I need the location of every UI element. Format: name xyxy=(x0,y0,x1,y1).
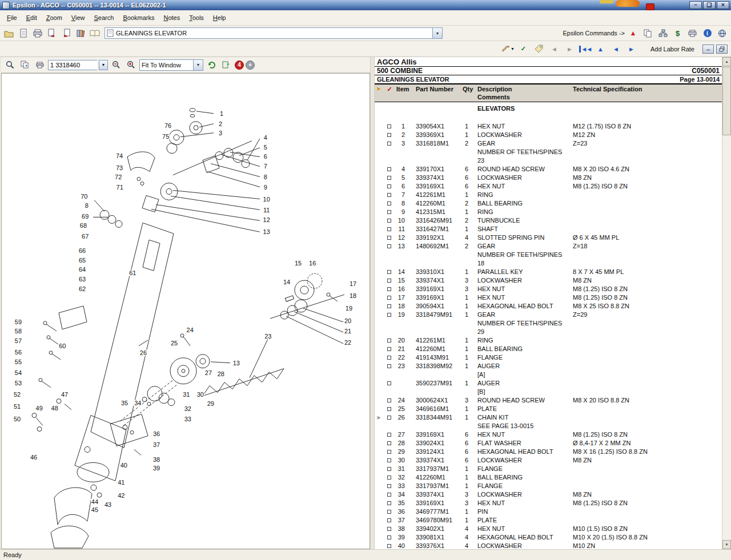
figure-dropdown-button[interactable]: ▼ xyxy=(99,60,108,70)
new-page-button[interactable] xyxy=(17,27,30,39)
row-checkbox[interactable] xyxy=(387,407,391,411)
zoom-tool-button[interactable] xyxy=(3,59,17,71)
table-row[interactable]: 2339369X11LOCKWASHERM12 ZN xyxy=(375,131,722,139)
scroll-down-button[interactable]: ▼ xyxy=(722,540,731,549)
warning-button[interactable]: ▲ xyxy=(626,27,640,39)
row-checkbox[interactable] xyxy=(387,501,391,505)
catalog-books-button[interactable] xyxy=(74,27,87,39)
menu-zoom[interactable]: Zoom xyxy=(42,12,67,23)
table-row[interactable]: 4339170X16ROUND HEAD SCREWM8 X 20 ISO 4.… xyxy=(375,165,722,174)
maximize-button[interactable]: ❑ xyxy=(703,1,716,9)
col-description[interactable]: Description Comments xyxy=(477,85,573,101)
table-row[interactable]: 40339376X14LOCKWASHERM10 ZN xyxy=(375,542,722,549)
quick-print-button[interactable] xyxy=(686,27,699,39)
web-button[interactable] xyxy=(716,27,729,39)
col-technical-spec[interactable]: Technical Specification xyxy=(573,85,722,101)
copy-pages-button[interactable] xyxy=(641,27,654,39)
row-checkbox[interactable] xyxy=(387,142,391,146)
row-checkbox[interactable] xyxy=(387,493,391,497)
menu-view[interactable]: View xyxy=(67,12,90,23)
previous-record-button[interactable]: ◄ xyxy=(548,43,561,55)
add-labor-rate-button[interactable]: Add Labor Rate xyxy=(650,46,694,53)
print-image-button[interactable] xyxy=(33,59,46,71)
table-row[interactable]: 21412260M11BALL BEARING xyxy=(375,345,722,353)
export-page-button[interactable] xyxy=(45,27,58,39)
vertical-scrollbar[interactable]: ▲ ▼ xyxy=(722,57,731,549)
row-checkbox[interactable] xyxy=(387,381,391,385)
menu-bookmarks[interactable]: Bookmarks xyxy=(118,12,159,23)
row-checkbox[interactable] xyxy=(387,210,391,214)
row-checkbox[interactable] xyxy=(387,527,391,531)
panel-splitter[interactable] xyxy=(370,57,375,549)
row-checkbox[interactable] xyxy=(387,518,391,522)
row-checkbox[interactable] xyxy=(387,450,391,454)
table-row[interactable]: 14339310X11PARALLEL KEY8 X 7 X 45 MM PL xyxy=(375,268,722,276)
row-checkbox[interactable] xyxy=(387,364,391,368)
table-row[interactable]: 363469777M11PIN xyxy=(375,507,722,516)
table-row[interactable]: 27339169X16HEX NUTM8 (1.25) ISO 8 ZN xyxy=(375,430,722,439)
row-checkbox[interactable] xyxy=(387,347,391,351)
table-row[interactable]: 333317937M11FLANGE xyxy=(375,482,722,490)
menu-notes[interactable]: Notes xyxy=(159,12,184,23)
table-row[interactable]: 131480692M12GEARNUMBER OF TEETH/SPINES18… xyxy=(375,242,722,268)
row-checkbox[interactable] xyxy=(387,476,391,480)
table-row[interactable]: 5339374X16LOCKWASHERM8 ZN xyxy=(375,174,722,182)
row-checkbox[interactable] xyxy=(387,219,391,223)
row-checkbox[interactable] xyxy=(387,416,391,420)
col-item[interactable]: Item xyxy=(396,85,412,101)
row-checkbox[interactable] xyxy=(387,535,391,539)
table-row[interactable]: 38339402X14HEX NUTM10 (1.5) ISO 8 ZN xyxy=(375,525,722,533)
row-checkbox[interactable] xyxy=(387,184,391,188)
row-checkbox[interactable] xyxy=(387,296,391,300)
col-part-number[interactable]: Part Number xyxy=(412,85,463,101)
table-row[interactable]: 243000624X13ROUND HEAD SCREWM8 X 20 ISO … xyxy=(375,396,722,405)
col-qty[interactable]: Qty xyxy=(463,85,477,101)
table-row[interactable]: 29339124X16HEXAGONAL HEAD BOLTM8 X 16 (1… xyxy=(375,448,722,456)
row-checkbox[interactable] xyxy=(387,356,391,360)
exploded-diagram-view[interactable]: 1237675456747738729711070811691268136766… xyxy=(1,73,370,549)
info-button[interactable]: i xyxy=(701,27,714,39)
page-selector-combobox[interactable]: GLEANINGS ELEVATOR ▼ xyxy=(105,27,443,39)
table-row[interactable]: 33316818M12GEARNUMBER OF TEETH/SPINES23Z… xyxy=(375,139,722,165)
menu-search[interactable]: Search xyxy=(90,12,119,23)
row-checkbox[interactable] xyxy=(387,458,391,462)
row-checkbox[interactable] xyxy=(387,510,391,514)
table-row[interactable]: 22419143M911FLANGE xyxy=(375,353,722,362)
zoom-out-button[interactable] xyxy=(110,59,123,71)
add-note-button[interactable]: + xyxy=(246,61,255,70)
table-row[interactable]: 12339192X14SLOTTED SPRING PINØ 6 X 45 MM… xyxy=(375,233,722,242)
table-row[interactable]: 233318398M921AUGER[A] xyxy=(375,362,722,379)
close-button[interactable]: × xyxy=(717,1,729,9)
row-checkbox[interactable] xyxy=(387,544,391,548)
menu-tools[interactable]: Tools xyxy=(184,12,208,23)
row-checkbox[interactable] xyxy=(387,287,391,291)
row-checkbox[interactable] xyxy=(387,398,391,402)
row-checkbox[interactable] xyxy=(387,236,391,240)
table-row[interactable]: 373469780M911PLATE xyxy=(375,516,722,525)
print-button[interactable] xyxy=(31,27,44,39)
minimize-button[interactable]: – xyxy=(689,1,702,9)
sitemap-button[interactable] xyxy=(656,27,669,39)
row-checkbox[interactable] xyxy=(387,279,391,283)
parent-page-button[interactable]: ▲ xyxy=(594,43,607,55)
row-checkbox[interactable] xyxy=(387,124,391,128)
row-checkbox[interactable] xyxy=(387,433,391,437)
price-button[interactable]: $ xyxy=(671,27,684,39)
row-checkbox[interactable] xyxy=(387,270,391,274)
copy-image-button[interactable] xyxy=(18,59,31,71)
scroll-up-button[interactable]: ▲ xyxy=(722,57,731,66)
table-row[interactable]: 6339169X16HEX NUTM8 (1.25) ISO 8 ZN xyxy=(375,182,722,191)
next-record-button[interactable]: ► xyxy=(563,43,576,55)
table-row[interactable]: 9412315M11RING xyxy=(375,208,722,216)
table-row[interactable]: 20412261M11RING xyxy=(375,336,722,345)
table-row[interactable]: 8412260M12BALL BEARING xyxy=(375,199,722,208)
table-row[interactable]: 113316427M11SHAFT xyxy=(375,225,722,233)
zoom-mode-select[interactable]: Fit To Window ▼ xyxy=(139,59,203,71)
table-row[interactable]: 35339169X13HEX NUTM8 (1.25) ISO 8 ZN xyxy=(375,499,722,507)
first-page-button[interactable]: ◄◄ xyxy=(579,43,592,55)
table-row[interactable]: 18390594X11HEXAGONAL HEAD BOLTM8 X 25 IS… xyxy=(375,302,722,311)
menu-file[interactable]: File xyxy=(2,12,22,23)
table-row[interactable]: 17339169X11HEX NUTM8 (1.25) ISO 8 ZN xyxy=(375,293,722,302)
validate-button[interactable]: ✓ xyxy=(517,43,530,55)
table-row[interactable]: 1339054X11HEX NUTM12 (1.75) ISO 8 ZN xyxy=(375,122,722,131)
